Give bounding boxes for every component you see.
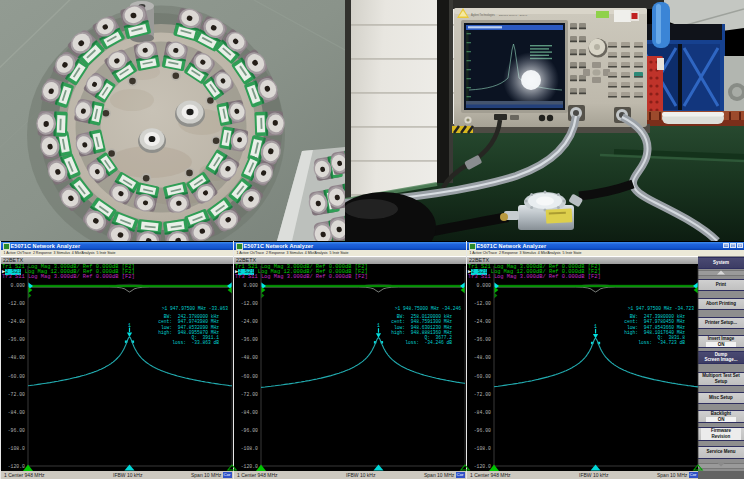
svg-text:Agilent Technologies: Agilent Technologies <box>471 13 495 17</box>
svg-text:E5071C 300kHz - 20GHz: E5071C 300kHz - 20GHz <box>499 14 528 17</box>
